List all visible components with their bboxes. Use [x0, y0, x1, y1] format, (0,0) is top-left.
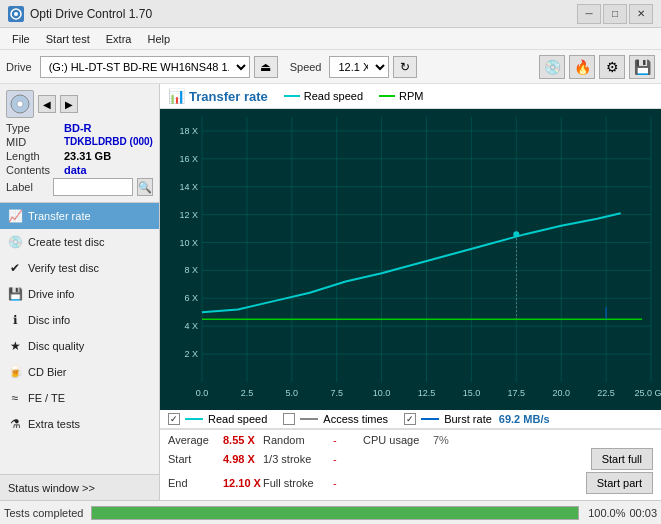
cpu-usage-value: 7%: [433, 434, 463, 446]
nav-drive-info[interactable]: 💾 Drive info: [0, 281, 159, 307]
disc-info-panel: ◀ ▶ Type BD-R MID TDKBLDRBD (000) Length…: [0, 84, 159, 203]
cb-burst-rate-box[interactable]: ✓: [404, 413, 416, 425]
menubar: File Start test Extra Help: [0, 28, 661, 50]
stroke-1-3-label: 1/3 stroke: [263, 453, 333, 465]
transfer-rate-icon: 📈: [8, 209, 22, 223]
random-value: -: [333, 434, 363, 446]
progress-bar-fill: [92, 507, 578, 519]
disc-length-row: Length 23.31 GB: [6, 150, 153, 162]
nav-disc-quality-label: Disc quality: [28, 340, 84, 352]
main-layout: ◀ ▶ Type BD-R MID TDKBLDRBD (000) Length…: [0, 84, 661, 500]
nav-disc-info-label: Disc info: [28, 314, 70, 326]
save-icon-button[interactable]: 💾: [629, 55, 655, 79]
chart-title-text: Transfer rate: [189, 89, 268, 104]
chart-stats: Average 8.55 X Random - CPU usage 7% Sta…: [160, 429, 661, 500]
drive-select[interactable]: (G:) HL-DT-ST BD-RE WH16NS48 1.D3: [40, 56, 250, 78]
nav-verify-test-disc[interactable]: ✔ Verify test disc: [0, 255, 159, 281]
speed-select[interactable]: 12.1 X: [329, 56, 389, 78]
cb-access-times[interactable]: Access times: [283, 413, 388, 425]
disc-prev-button[interactable]: ◀: [38, 95, 56, 113]
chart-area: [160, 109, 661, 410]
svg-point-3: [17, 101, 23, 107]
burn-icon-button[interactable]: 🔥: [569, 55, 595, 79]
progress-bar-bg: [91, 506, 579, 520]
disc-contents-row: Contents data: [6, 164, 153, 176]
legend-read-speed: Read speed: [284, 90, 363, 102]
nav-disc-quality[interactable]: ★ Disc quality: [0, 333, 159, 359]
minimize-button[interactable]: ─: [577, 4, 601, 24]
nav-cd-bier[interactable]: 🍺 CD Bier: [0, 359, 159, 385]
start-full-button[interactable]: Start full: [591, 448, 653, 470]
window-controls: ─ □ ✕: [577, 4, 653, 24]
read-speed-legend-color: [284, 95, 300, 97]
cb-read-speed-color: [185, 418, 203, 420]
average-value: 8.55 X: [223, 434, 263, 446]
sidebar-nav: 📈 Transfer rate 💿 Create test disc ✔ Ver…: [0, 203, 159, 474]
nav-extra-tests[interactable]: ⚗ Extra tests: [0, 411, 159, 437]
nav-fe-te[interactable]: ≈ FE / TE: [0, 385, 159, 411]
average-label: Average: [168, 434, 223, 446]
menu-start-test[interactable]: Start test: [38, 31, 98, 47]
content-area: 📊 Transfer rate Read speed RPM ✓ Read sp…: [160, 84, 661, 500]
label-input[interactable]: [53, 178, 133, 196]
titlebar: Opti Drive Control 1.70 ─ □ ✕: [0, 0, 661, 28]
chart-title: 📊 Transfer rate: [168, 88, 268, 104]
drive-info-icon: 💾: [8, 287, 22, 301]
create-test-disc-icon: 💿: [8, 235, 22, 249]
nav-create-test-disc-label: Create test disc: [28, 236, 104, 248]
speed-label: Speed: [290, 61, 322, 73]
rpm-legend-label: RPM: [399, 90, 423, 102]
menu-extra[interactable]: Extra: [98, 31, 140, 47]
cb-read-speed[interactable]: ✓ Read speed: [168, 413, 267, 425]
nav-transfer-rate[interactable]: 📈 Transfer rate: [0, 203, 159, 229]
menu-help[interactable]: Help: [139, 31, 178, 47]
maximize-button[interactable]: □: [603, 4, 627, 24]
mid-label: MID: [6, 136, 64, 148]
cb-burst-rate[interactable]: ✓ Burst rate 69.2 MB/s: [404, 413, 549, 425]
start-part-button[interactable]: Start part: [586, 472, 653, 494]
full-stroke-label: Full stroke: [263, 477, 333, 489]
disc-mid-row: MID TDKBLDRBD (000): [6, 136, 153, 148]
checkboxes-row: ✓ Read speed Access times ✓ Burst rate 6…: [160, 410, 661, 429]
close-button[interactable]: ✕: [629, 4, 653, 24]
settings-icon-button[interactable]: ⚙: [599, 55, 625, 79]
contents-value: data: [64, 164, 87, 176]
nav-verify-test-disc-label: Verify test disc: [28, 262, 99, 274]
cb-read-speed-box[interactable]: ✓: [168, 413, 180, 425]
eject-button[interactable]: ⏏: [254, 56, 278, 78]
nav-disc-info[interactable]: ℹ Disc info: [0, 307, 159, 333]
length-label: Length: [6, 150, 64, 162]
label-search-button[interactable]: 🔍: [137, 178, 153, 196]
app-icon: [8, 6, 24, 22]
chart-header: 📊 Transfer rate Read speed RPM: [160, 84, 661, 109]
stroke-1-3-value: -: [333, 453, 363, 465]
stats-row-3: End 12.10 X Full stroke - Start part: [168, 472, 653, 494]
label-label: Label: [6, 181, 49, 193]
length-value: 23.31 GB: [64, 150, 111, 162]
status-text: Tests completed: [4, 507, 83, 519]
disc-next-button[interactable]: ▶: [60, 95, 78, 113]
read-speed-legend-label: Read speed: [304, 90, 363, 102]
cb-access-times-box[interactable]: [283, 413, 295, 425]
cb-access-times-label: Access times: [323, 413, 388, 425]
disc-quality-icon: ★: [8, 339, 22, 353]
cpu-usage-label: CPU usage: [363, 434, 433, 446]
nav-create-test-disc[interactable]: 💿 Create test disc: [0, 229, 159, 255]
start-value: 4.98 X: [223, 453, 263, 465]
status-window-label: Status window >>: [8, 482, 95, 494]
start-label: Start: [168, 453, 223, 465]
refresh-button[interactable]: ↻: [393, 56, 417, 78]
random-label: Random: [263, 434, 333, 446]
disc-icon-button[interactable]: 💿: [539, 55, 565, 79]
disc-info-icon: ℹ: [8, 313, 22, 327]
cb-burst-rate-label: Burst rate: [444, 413, 492, 425]
menu-file[interactable]: File: [4, 31, 38, 47]
end-label: End: [168, 477, 223, 489]
status-time: 00:03: [629, 507, 657, 519]
status-window-button[interactable]: Status window >>: [0, 474, 159, 500]
toolbar: Drive (G:) HL-DT-ST BD-RE WH16NS48 1.D3 …: [0, 50, 661, 84]
chart-canvas: [160, 109, 661, 410]
fe-te-icon: ≈: [8, 391, 22, 405]
cd-bier-icon: 🍺: [8, 365, 22, 379]
burst-rate-value: 69.2 MB/s: [499, 413, 550, 425]
